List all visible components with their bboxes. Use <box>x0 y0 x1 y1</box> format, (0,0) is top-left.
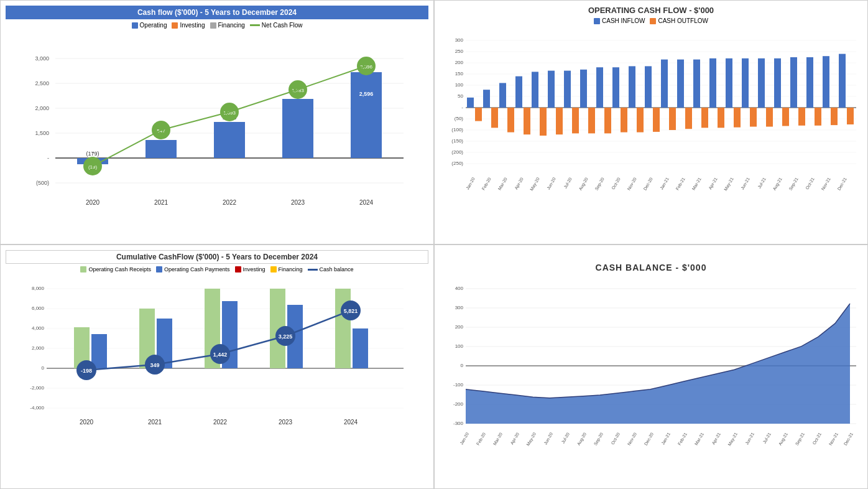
svg-rect-68 <box>596 67 603 108</box>
svg-text:2023: 2023 <box>291 199 305 206</box>
svg-text:Nov-21: Nov-21 <box>820 177 831 191</box>
svg-text:-: - <box>47 155 49 161</box>
legend-inflow: CASH INFLOW <box>594 17 645 24</box>
svg-text:Apr-20: Apr-20 <box>509 432 520 445</box>
cum-payments-2020 <box>91 334 107 368</box>
legend-operating: Operating <box>132 22 167 29</box>
svg-text:1,442: 1,442 <box>213 352 228 358</box>
svg-rect-52 <box>467 98 474 108</box>
svg-rect-58 <box>515 77 522 108</box>
svg-text:300: 300 <box>455 37 464 43</box>
svg-text:Aug-21: Aug-21 <box>778 432 789 447</box>
svg-text:Feb-20: Feb-20 <box>481 177 492 191</box>
legend-netcash-label: Net Cash Flow <box>262 22 303 29</box>
svg-text:Nov-20: Nov-20 <box>626 177 637 191</box>
ocf-bars <box>467 54 854 136</box>
svg-rect-59 <box>524 108 530 134</box>
cum-payments-2024 <box>353 328 368 368</box>
bar-2021 <box>145 140 177 158</box>
svg-text:3,000: 3,000 <box>35 55 49 62</box>
legend-investing: Investing <box>172 22 205 29</box>
legend-operating-label: Operating <box>140 22 167 29</box>
svg-rect-69 <box>604 108 611 133</box>
svg-rect-57 <box>507 108 514 133</box>
svg-text:Dec-20: Dec-20 <box>644 432 654 446</box>
svg-rect-66 <box>580 70 587 108</box>
svg-text:Apr-21: Apr-21 <box>708 177 718 190</box>
cum-svg: 8,000 6,000 4,000 2,000 0 -2,000 -4,000 <box>6 275 428 468</box>
svg-rect-61 <box>540 108 547 136</box>
legend-payments: Operating Cash Payments <box>156 266 230 272</box>
legend-investing-label: Investing <box>180 22 205 29</box>
svg-rect-80 <box>693 60 700 108</box>
svg-text:Jul-20: Jul-20 <box>563 177 573 189</box>
legend-financing2: Financing <box>270 266 303 272</box>
svg-rect-64 <box>564 71 571 108</box>
svg-text:Dec-21: Dec-21 <box>843 432 854 446</box>
cb-svg: 400 300 200 100 0 -100 -200 -300 <box>440 275 862 468</box>
svg-rect-98 <box>839 54 846 108</box>
svg-text:(200): (200) <box>451 149 463 155</box>
svg-text:Apr-20: Apr-20 <box>514 177 524 190</box>
cashbalance-color <box>308 269 318 271</box>
svg-rect-74 <box>645 66 652 108</box>
svg-text:May-20: May-20 <box>525 432 537 447</box>
svg-text:-300: -300 <box>453 421 464 426</box>
svg-text:2,596: 2,596 <box>359 91 374 97</box>
svg-text:100: 100 <box>455 343 464 349</box>
svg-text:0: 0 <box>42 365 45 371</box>
svg-text:50: 50 <box>458 93 463 99</box>
svg-rect-88 <box>758 58 765 108</box>
cashflow-title: Cash flow ($'000) - 5 Years to December … <box>6 6 428 19</box>
investing-color <box>172 22 178 29</box>
svg-text:May-21: May-21 <box>723 177 735 192</box>
svg-text:2,000: 2,000 <box>32 345 45 351</box>
investing2-color <box>235 266 241 272</box>
svg-rect-84 <box>726 58 732 108</box>
svg-rect-82 <box>709 58 716 108</box>
outflow-color <box>650 18 656 24</box>
svg-text:Aug-21: Aug-21 <box>772 177 783 192</box>
svg-text:Sep-20: Sep-20 <box>594 177 605 192</box>
ocf-title: OPERATING CASH FLOW - $'000 <box>440 6 862 15</box>
svg-text:Jun-20: Jun-20 <box>546 177 556 190</box>
svg-text:100: 100 <box>455 82 464 88</box>
svg-text:(250): (250) <box>451 161 463 166</box>
svg-rect-70 <box>612 67 619 108</box>
svg-text:2,000: 2,000 <box>35 105 49 111</box>
svg-rect-91 <box>782 108 789 126</box>
bar-2023 <box>282 99 313 158</box>
svg-text:-: - <box>461 105 463 110</box>
svg-text:Oct-20: Oct-20 <box>610 432 621 445</box>
svg-text:Jan-20: Jan-20 <box>459 432 469 445</box>
svg-text:Sep-21: Sep-21 <box>795 432 806 447</box>
cumulative-cashflow-panel: Cumulative CashFlow ($'000) - 5 Years to… <box>0 244 434 489</box>
svg-text:May-21: May-21 <box>727 432 739 447</box>
svg-text:Sep-20: Sep-20 <box>593 432 604 447</box>
svg-text:Feb-21: Feb-21 <box>675 177 686 191</box>
bar-2024 <box>351 72 382 158</box>
svg-text:2,500: 2,500 <box>35 80 49 86</box>
svg-text:Aug-20: Aug-20 <box>576 432 588 447</box>
svg-text:Feb-21: Feb-21 <box>677 432 688 446</box>
svg-text:8,000: 8,000 <box>32 286 45 291</box>
svg-text:Oct-21: Oct-21 <box>811 432 822 445</box>
svg-text:2022: 2022 <box>223 199 237 206</box>
cb-title: CASH BALANCE - $'000 <box>440 263 862 272</box>
svg-text:Apr-21: Apr-21 <box>711 432 721 445</box>
svg-text:2020: 2020 <box>80 419 94 426</box>
svg-rect-96 <box>823 56 829 108</box>
svg-text:Nov-20: Nov-20 <box>627 432 637 446</box>
svg-text:-: - <box>92 149 94 155</box>
svg-text:Sep-21: Sep-21 <box>788 177 799 192</box>
svg-text:2022: 2022 <box>213 419 228 426</box>
svg-rect-60 <box>532 72 538 108</box>
svg-text:2024: 2024 <box>359 199 374 206</box>
svg-text:May-20: May-20 <box>529 177 541 192</box>
svg-text:Dec-21: Dec-21 <box>836 177 847 191</box>
legend-cashbalance-label: Cash balance <box>320 266 354 272</box>
legend-financing2-label: Financing <box>279 266 303 272</box>
svg-rect-86 <box>742 58 749 108</box>
svg-rect-90 <box>774 58 781 108</box>
svg-text:Jul-21: Jul-21 <box>757 177 767 189</box>
